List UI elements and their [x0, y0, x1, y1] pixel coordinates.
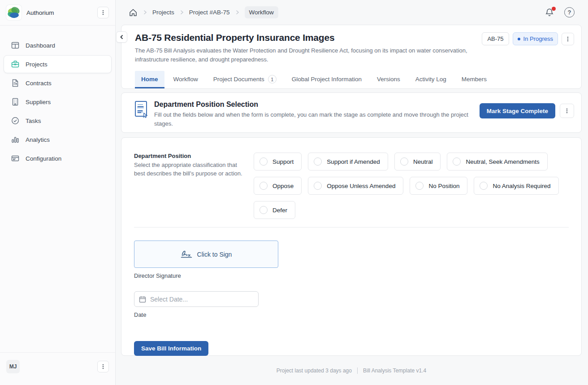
sidebar-item-contracts[interactable]: Contracts	[4, 74, 112, 92]
option-label: Defer	[272, 207, 287, 214]
page-footer: Project last updated 3 days ago Bill Ana…	[121, 356, 582, 385]
radio-icon	[259, 206, 268, 214]
sidebar-item-label: Projects	[26, 61, 48, 68]
breadcrumb: Projects Project #AB-75 Workflow	[129, 6, 278, 18]
status-dot-icon	[518, 38, 520, 40]
tab-label: Members	[462, 76, 487, 83]
tab-label: Versions	[377, 76, 400, 83]
page-description: The AB-75 Bill Analysis evaluates the Wa…	[135, 46, 473, 64]
stage-description: Fill out the fields below and when the f…	[154, 110, 474, 128]
field-help-text: Select the appropriate classification th…	[134, 161, 248, 178]
kebab-icon	[100, 9, 106, 16]
breadcrumb-workflow[interactable]: Workflow	[245, 6, 278, 18]
list-card-icon	[11, 154, 19, 162]
calendar-icon	[139, 296, 146, 303]
tab-workflow[interactable]: Workflow	[167, 71, 204, 88]
kebab-icon	[564, 108, 570, 114]
radio-icon	[259, 182, 268, 190]
authorium-logo-icon	[6, 5, 22, 20]
department-position-field: Department Position Select the appropria…	[134, 153, 569, 219]
option-label: Oppose Unless Amended	[327, 183, 395, 189]
main-area: Projects Project #AB-75 Workflow ? AB-75…	[116, 0, 588, 385]
sidebar-item-label: Analytics	[26, 136, 50, 143]
project-tabs: Home Workflow Project Documents 1 Global…	[135, 71, 574, 88]
signature-icon	[181, 250, 192, 258]
tab-members[interactable]: Members	[455, 71, 493, 88]
option-label: Neutral, Seek Amendments	[466, 158, 539, 165]
click-to-sign-button[interactable]: Click to Sign	[134, 241, 278, 268]
tab-global-project-information[interactable]: Global Project Information	[285, 71, 368, 88]
kebab-icon	[565, 36, 571, 42]
sidebar-item-analytics[interactable]: Analytics	[4, 131, 112, 149]
radio-icon	[415, 182, 424, 190]
option-no-position[interactable]: No Position	[410, 177, 467, 195]
help-button[interactable]: ?	[564, 7, 575, 18]
notifications-button[interactable]	[545, 8, 554, 18]
breadcrumb-project-id[interactable]: Project #AB-75	[189, 9, 230, 16]
option-neutral-seek-amendments[interactable]: Neutral, Seek Amendments	[447, 153, 547, 171]
radio-icon	[259, 158, 268, 166]
sidebar-item-label: Suppliers	[26, 99, 51, 105]
save-bill-information-button[interactable]: Save Bill Information	[134, 341, 208, 356]
option-support[interactable]: Support	[254, 153, 302, 171]
status-label: In Progress	[523, 35, 553, 42]
mark-stage-complete-button[interactable]: Mark Stage Complete	[480, 103, 555, 118]
topbar-actions: ?	[545, 7, 575, 18]
option-defer[interactable]: Defer	[254, 201, 295, 219]
sidebar-item-dashboard[interactable]: Dashboard	[4, 36, 112, 54]
chevron-right-icon	[234, 9, 240, 15]
date-field-label: Date	[134, 311, 569, 318]
option-label: No Position	[428, 183, 459, 189]
option-neutral[interactable]: Neutral	[394, 153, 441, 171]
option-label: Support if Amended	[327, 158, 380, 165]
tab-label: Activity Log	[415, 76, 446, 83]
form-divider	[134, 227, 569, 228]
radio-icon	[453, 158, 461, 166]
tab-label: Project Documents	[213, 76, 264, 83]
option-label: No Analysis Required	[493, 183, 550, 189]
footer-divider	[357, 368, 358, 374]
project-options-button[interactable]	[562, 33, 574, 45]
date-picker-input[interactable]: Select Date...	[134, 291, 259, 307]
sidebar-item-projects[interactable]: Projects	[4, 55, 112, 73]
brand-name: Authorium	[26, 9, 54, 16]
notification-dot	[552, 7, 556, 11]
sidebar-item-label: Contracts	[26, 80, 52, 87]
option-no-analysis-required[interactable]: No Analysis Required	[474, 177, 558, 195]
sidebar-item-suppliers[interactable]: Suppliers	[4, 93, 112, 111]
signature-field-label: Director Signature	[134, 272, 569, 279]
radio-icon	[480, 182, 488, 190]
stage-options-button[interactable]	[560, 104, 574, 118]
tab-label: Global Project Information	[292, 76, 362, 83]
sidebar-menu-button[interactable]	[97, 7, 109, 18]
header-actions: AB-75 In Progress	[482, 32, 574, 45]
option-support-if-amended[interactable]: Support if Amended	[308, 153, 388, 171]
radio-icon	[314, 158, 322, 166]
project-code-badge: AB-75	[482, 32, 509, 45]
briefcase-icon	[11, 60, 19, 68]
stage-header-card: Department Position Selection Fill out t…	[121, 92, 582, 133]
sidebar-item-tasks[interactable]: Tasks	[4, 112, 112, 130]
document-count-badge: 1	[268, 75, 277, 83]
option-label: Neutral	[413, 158, 433, 165]
tab-home[interactable]: Home	[135, 71, 164, 88]
contract-icon	[11, 79, 19, 87]
sidebar-item-label: Configuration	[26, 155, 61, 162]
home-icon[interactable]	[129, 8, 138, 17]
tab-versions[interactable]: Versions	[371, 71, 406, 88]
sidebar-header: Authorium	[0, 0, 115, 26]
collapse-back-button[interactable]	[116, 31, 127, 43]
sidebar-item-configuration[interactable]: Configuration	[4, 149, 112, 167]
breadcrumb-projects[interactable]: Projects	[152, 9, 174, 16]
tab-project-documents[interactable]: Project Documents 1	[207, 71, 283, 88]
last-updated-text: Project last updated 3 days ago	[277, 368, 352, 374]
tab-activity-log[interactable]: Activity Log	[409, 71, 453, 88]
bill-form-card: Department Position Select the appropria…	[121, 137, 582, 356]
user-menu-button[interactable]	[97, 361, 109, 372]
user-avatar[interactable]: MJ	[6, 360, 20, 373]
option-oppose-unless-amended[interactable]: Oppose Unless Amended	[308, 177, 403, 195]
status-badge: In Progress	[513, 32, 558, 45]
option-oppose[interactable]: Oppose	[254, 177, 302, 195]
question-mark-icon: ?	[564, 7, 575, 18]
building-icon	[11, 98, 19, 106]
